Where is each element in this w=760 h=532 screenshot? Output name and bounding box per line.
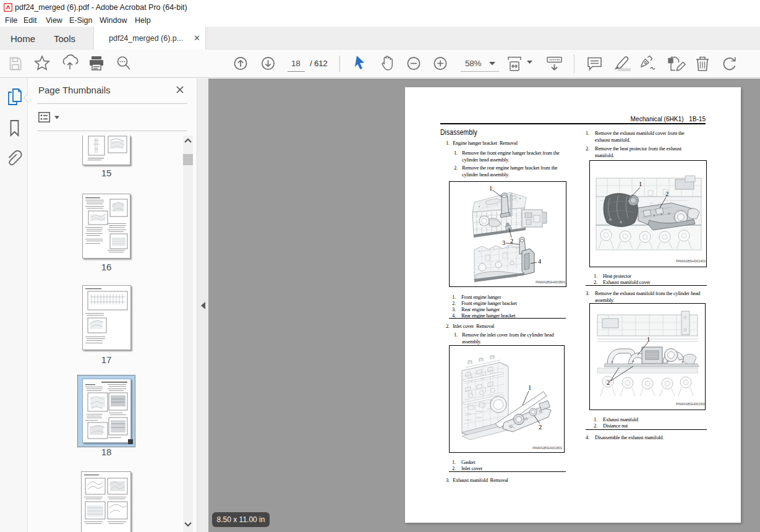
svg-text:3: 3 [502, 239, 505, 246]
svg-text:2: 2 [539, 424, 542, 431]
svg-text:2: 2 [510, 238, 513, 244]
svg-text:1: 1 [647, 336, 650, 343]
svg-text:2: 2 [607, 379, 610, 386]
svg-text:2: 2 [665, 191, 668, 197]
svg-text:PAWA1BSH003801: PAWA1BSH003801 [536, 280, 566, 284]
svg-text:1: 1 [639, 181, 642, 187]
svg-text:PAWA1BSH001401: PAWA1BSH001401 [676, 259, 706, 263]
svg-text:4: 4 [538, 258, 542, 265]
svg-text:PAWA1BSH001801: PAWA1BSH001801 [532, 446, 563, 450]
svg-text:PAWA1BSH001501: PAWA1BSH001501 [676, 402, 705, 406]
svg-text:1: 1 [528, 384, 531, 391]
svg-text:1: 1 [489, 185, 492, 192]
